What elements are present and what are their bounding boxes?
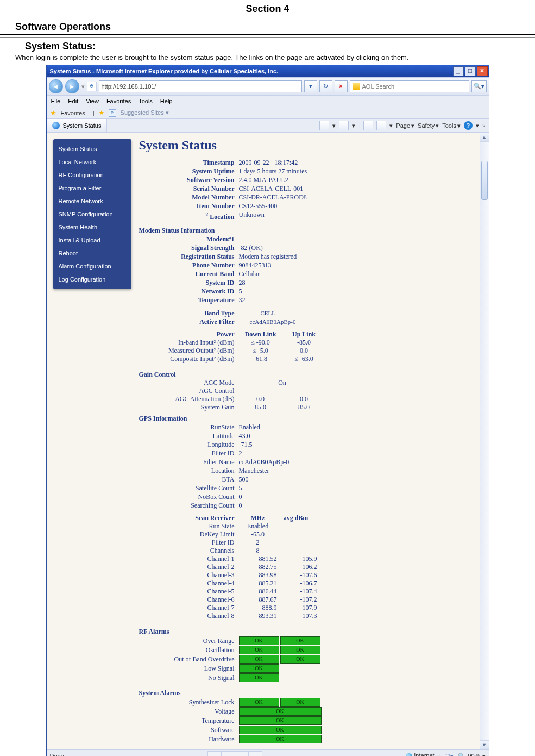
sys-alarms-title: System Alarms (139, 689, 475, 697)
sidebar-item-install-upload[interactable]: Install & Upload (53, 234, 131, 247)
power-row-down: ≤ -5.0 (239, 347, 282, 355)
status-bar: Done Internet | 🛡▾ 🔍90% ▾ (47, 749, 489, 756)
status-cell (207, 751, 222, 756)
gps-row-val: 500 (239, 475, 249, 484)
lbl-reg: Registration Status (139, 252, 239, 261)
tools-menu[interactable]: Tools ▾ (442, 122, 461, 129)
scroll-down-arrow[interactable]: ▼ (480, 740, 489, 749)
scan-h3: avg dBm (277, 514, 315, 522)
back-button[interactable]: ◄ (49, 79, 63, 93)
val-bandtype: CELL (261, 309, 276, 317)
sidebar-item-reboot[interactable]: Reboot (53, 247, 131, 260)
gps-row-val: ccAdA0B0ApBp-0 (239, 458, 289, 466)
feeds-icon[interactable] (339, 121, 349, 130)
history-dropdown[interactable]: ▾ (81, 83, 85, 90)
alarm-status: OK (280, 646, 320, 654)
print-icon[interactable] (376, 121, 386, 130)
window-title: System Status - Microsoft Internet Explo… (50, 68, 279, 74)
val-temp: 32 (239, 296, 246, 304)
alarm-label: No Signal (139, 673, 239, 682)
lbl-swver: Software Version (139, 176, 239, 184)
suggested-sites[interactable]: Suggested Sites ▾ (121, 109, 169, 116)
home-dd[interactable]: ▾ (332, 122, 336, 129)
modem-sub: Modem#1 (139, 235, 239, 243)
sidebar-item-remote-network[interactable]: Remote Network (53, 195, 131, 208)
search-provider-icon (353, 83, 360, 90)
menu-favorites[interactable]: Favorites (106, 98, 131, 104)
gps-row-val: 0 (239, 501, 242, 510)
status-subheading: System Status: (25, 41, 535, 52)
scroll-up-arrow[interactable]: ▲ (480, 133, 489, 142)
sidebar-item-program-filter[interactable]: Program a Filter (53, 182, 131, 195)
status-cell (221, 751, 235, 756)
gps-row-val: 5 (239, 484, 242, 492)
tab-system-status[interactable]: System Status (47, 119, 108, 132)
search-go-button[interactable]: 🔍▾ (471, 80, 487, 92)
menu-file[interactable]: File (51, 98, 61, 104)
refresh-button[interactable]: ↻ (319, 80, 332, 92)
gain-title: Gain Control (139, 371, 475, 379)
status-cell (235, 751, 249, 756)
home-icon[interactable] (319, 121, 329, 130)
forward-button[interactable]: ► (65, 79, 79, 93)
print-dd[interactable]: ▾ (389, 122, 393, 129)
url-dropdown[interactable]: ▾ (304, 80, 317, 92)
page-menu[interactable]: Page ▾ (396, 122, 414, 129)
gps-row-label: Latitude (139, 432, 239, 440)
channel-mhz: 881.52 (239, 555, 279, 563)
gain-row-label: AGC Mode (139, 379, 239, 387)
menu-help[interactable]: Help (160, 98, 173, 104)
sidebar-item-system-health[interactable]: System Health (53, 221, 131, 234)
scan-row-v1: Enabled (239, 522, 279, 530)
channel-mhz: 882.75 (239, 563, 279, 571)
lbl-timestamp: Timestamp (139, 158, 239, 167)
sidebar-item-alarm-configuration[interactable]: Alarm Configuration (53, 260, 131, 273)
sidebar-item-local-network[interactable]: Local Network (53, 155, 131, 168)
search-box[interactable]: AOL Search (350, 80, 469, 92)
nav-toolbar: ◄ ► ▾ e ▾ ↻ × AOL Search 🔍▾ (47, 77, 489, 96)
address-bar[interactable] (99, 80, 302, 92)
gain-row-label: System Gain (139, 403, 239, 411)
chevron-overflow[interactable]: » (482, 123, 486, 129)
power-row-down: -61.8 (239, 355, 282, 363)
safety-menu[interactable]: Safety ▾ (418, 122, 439, 129)
lbl-netid: Network ID (139, 287, 239, 296)
favorites-label[interactable]: Favorites (61, 110, 85, 116)
sidebar-item-system-status[interactable]: System Status (53, 142, 131, 155)
alarm-status: OK (239, 735, 322, 743)
maximize-button[interactable]: □ (465, 66, 476, 76)
scan-row-label: Filter ID (139, 539, 239, 547)
val-model: CSI-DR-ACELA-PROD8 (239, 193, 307, 202)
power-row-up: -85.0 (282, 339, 326, 347)
help-dd[interactable]: ▾ (476, 122, 479, 129)
sidebar-item-log-configuration[interactable]: Log Configuration (53, 273, 131, 286)
minimize-button[interactable]: _ (453, 66, 464, 76)
scroll-thumb[interactable] (481, 161, 488, 200)
tab-favicon (52, 122, 60, 129)
protected-mode-icon[interactable]: 🛡▾ (444, 753, 454, 757)
stop-button[interactable]: × (335, 80, 348, 92)
alarm-label: Hardware (139, 735, 239, 743)
lbl-sysid: System ID (139, 278, 239, 287)
lbl-temp: Temperature (139, 296, 239, 304)
gain-down: --- (239, 387, 282, 395)
vertical-scrollbar[interactable]: ▲ ▼ (480, 133, 489, 749)
zoom-control[interactable]: 🔍90% ▾ (458, 753, 485, 757)
mail-icon[interactable] (363, 121, 373, 130)
val-signal: -82 (OK) (239, 243, 263, 252)
val-location: Unknown (239, 210, 265, 221)
sidebar-item-snmp-configuration[interactable]: SNMP Configuration (53, 208, 131, 221)
status-cell (248, 751, 262, 756)
menu-view[interactable]: View (86, 98, 99, 104)
gps-row-label: Longitude (139, 440, 239, 449)
val-swver: 2.4.0 MJA-PAUL2 (239, 176, 288, 184)
close-button[interactable]: × (477, 66, 488, 76)
help-icon[interactable]: ? (464, 121, 473, 130)
menu-tools[interactable]: Tools (139, 98, 153, 104)
intro-text: When login is complete the user is broug… (15, 53, 520, 61)
favorites-star-icon[interactable]: ★ (50, 109, 56, 117)
menu-edit[interactable]: Edit (68, 98, 78, 104)
feeds-dd[interactable]: ▾ (352, 122, 355, 129)
val-activefilter: ccAdA0B0ApBp-0 (250, 317, 296, 326)
sidebar-item-rf-configuration[interactable]: RF Configuration (53, 168, 131, 182)
